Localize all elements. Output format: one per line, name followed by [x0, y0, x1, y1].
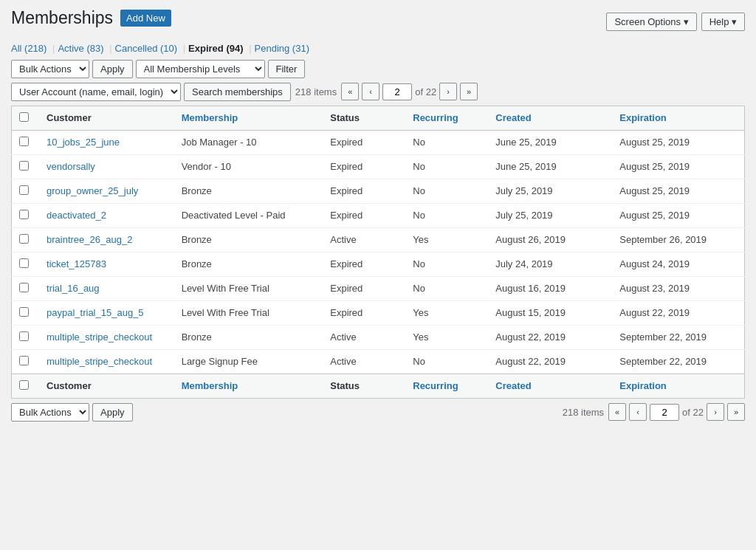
customer-link-3[interactable]: deactivated_2	[47, 210, 106, 221]
row-status: Active	[323, 349, 405, 374]
search-memberships-button[interactable]: Search memberships	[184, 83, 291, 101]
customer-link-5[interactable]: ticket_125783	[47, 258, 106, 269]
row-checkbox-cell	[12, 276, 40, 300]
row-created: July 24, 2019	[488, 252, 612, 276]
row-membership: Large Signup Fee	[174, 349, 323, 374]
row-checkbox-8[interactable]	[19, 331, 29, 341]
row-checkbox-cell	[12, 349, 40, 374]
filter-link-expired[interactable]: Expired (94)	[188, 43, 243, 54]
table-row: multiple_stripe_checkout Large Signup Fe…	[12, 349, 745, 374]
row-customer: ticket_125783	[39, 252, 174, 276]
first-page-btn-bottom[interactable]: «	[608, 403, 626, 421]
row-customer: paypal_trial_15_aug_5	[39, 300, 174, 325]
row-checkbox-6[interactable]	[19, 283, 29, 292]
table-row: 10_jobs_25_june Job Manager - 10 Expired…	[12, 130, 745, 154]
customer-link-9[interactable]: multiple_stripe_checkout	[47, 356, 152, 367]
tablenav-bottom: Bulk ActionsDelete Apply 218 items « ‹ o…	[11, 403, 745, 422]
row-customer: multiple_stripe_checkout	[39, 325, 174, 349]
row-customer: braintree_26_aug_2	[39, 227, 174, 252]
row-checkbox-cell	[12, 252, 40, 276]
row-checkbox-1[interactable]	[19, 161, 29, 171]
row-expiration: August 24, 2019	[612, 252, 744, 276]
row-created: August 22, 2019	[488, 325, 612, 349]
row-checkbox-5[interactable]	[19, 258, 29, 268]
col-header-recurring: Recurring	[405, 106, 488, 130]
row-created: August 22, 2019	[488, 349, 612, 374]
row-created: July 25, 2019	[488, 203, 612, 227]
filter-link-pending[interactable]: Pending (31)	[255, 43, 309, 54]
filter-button[interactable]: Filter	[268, 60, 306, 78]
table-header-row: Customer Membership Status Recurring Cre…	[12, 106, 745, 130]
filter-link-cancelled[interactable]: Cancelled (10)	[115, 43, 178, 54]
row-status: Active	[323, 325, 405, 349]
row-membership: Level With Free Trial	[174, 300, 323, 325]
filter-link-active[interactable]: Active (83)	[58, 43, 103, 54]
row-expiration: August 22, 2019	[612, 300, 744, 325]
row-recurring: No	[405, 276, 488, 300]
items-count-top: 218 items	[295, 86, 337, 97]
customer-link-4[interactable]: braintree_26_aug_2	[47, 234, 132, 245]
of-label-top: of 22	[415, 86, 436, 97]
customer-link-8[interactable]: multiple_stripe_checkout	[47, 331, 152, 343]
memberships-table: Customer Membership Status Recurring Cre…	[11, 106, 745, 399]
apply-button-top[interactable]: Apply	[92, 60, 133, 78]
prev-page-btn-bottom[interactable]: ‹	[629, 403, 647, 421]
current-page-input-bottom[interactable]	[650, 404, 679, 421]
row-membership: Bronze	[174, 325, 323, 349]
add-new-button[interactable]: Add New	[120, 10, 171, 27]
row-expiration: August 25, 2019	[612, 130, 744, 154]
customer-link-7[interactable]: paypal_trial_15_aug_5	[47, 307, 144, 318]
row-created: August 15, 2019	[488, 300, 612, 325]
row-expiration: September 22, 2019	[612, 349, 744, 374]
bulk-actions-select-top[interactable]: Bulk ActionsDelete	[11, 60, 89, 78]
row-customer: trial_16_aug	[39, 276, 174, 300]
row-recurring: No	[405, 203, 488, 227]
search-type-select[interactable]: User Account (name, email, login)	[11, 83, 181, 101]
table-row: multiple_stripe_checkout Bronze Active Y…	[12, 325, 745, 349]
col-header-cb	[12, 106, 40, 130]
next-page-btn-top[interactable]: ›	[439, 83, 457, 100]
next-page-btn-bottom[interactable]: ›	[707, 403, 724, 421]
current-page-input-top[interactable]	[382, 83, 412, 100]
last-page-btn-bottom[interactable]: »	[727, 403, 745, 421]
row-checkbox-2[interactable]	[19, 185, 29, 195]
first-page-btn-top[interactable]: «	[341, 83, 359, 100]
row-membership: Bronze	[174, 179, 323, 203]
row-status: Expired	[323, 154, 405, 179]
page-title: Memberships	[11, 7, 113, 30]
last-page-btn-top[interactable]: »	[460, 83, 478, 100]
row-status: Active	[323, 227, 405, 252]
row-checkbox-9[interactable]	[19, 356, 29, 365]
customer-link-1[interactable]: vendorsally	[47, 161, 95, 172]
row-expiration: September 26, 2019	[612, 227, 744, 252]
row-created: June 25, 2019	[488, 154, 612, 179]
row-expiration: August 25, 2019	[612, 154, 744, 179]
row-checkbox-cell	[12, 300, 40, 325]
customer-link-6[interactable]: trial_16_aug	[47, 283, 100, 294]
help-button[interactable]: Help ▾	[701, 13, 745, 31]
bulk-actions-select-bottom[interactable]: Bulk ActionsDelete	[11, 403, 89, 422]
row-checkbox-3[interactable]	[19, 210, 29, 219]
select-all-checkbox-top[interactable]	[19, 112, 29, 122]
row-checkbox-4[interactable]	[19, 234, 29, 244]
filter-link-all[interactable]: All (218)	[11, 43, 47, 54]
membership-levels-select[interactable]: All Membership LevelsBronzeBronze - 10Ve…	[136, 60, 265, 78]
row-membership: Vendor - 10	[174, 154, 323, 179]
row-checkbox-0[interactable]	[19, 137, 29, 146]
row-recurring: Yes	[405, 227, 488, 252]
row-recurring: No	[405, 252, 488, 276]
col-footer-customer: Customer	[39, 374, 174, 398]
row-created: August 26, 2019	[488, 227, 612, 252]
screen-options-button[interactable]: Screen Options ▾	[606, 13, 696, 31]
apply-button-bottom[interactable]: Apply	[92, 403, 133, 422]
row-status: Expired	[323, 300, 405, 325]
row-membership: Bronze	[174, 252, 323, 276]
row-created: July 25, 2019	[488, 179, 612, 203]
customer-link-2[interactable]: group_owner_25_july	[47, 185, 138, 196]
row-status: Expired	[323, 179, 405, 203]
customer-link-0[interactable]: 10_jobs_25_june	[47, 137, 120, 148]
prev-page-btn-top[interactable]: ‹	[362, 83, 379, 100]
row-checkbox-7[interactable]	[19, 307, 29, 317]
select-all-checkbox-bottom[interactable]	[19, 380, 29, 390]
row-customer: deactivated_2	[39, 203, 174, 227]
